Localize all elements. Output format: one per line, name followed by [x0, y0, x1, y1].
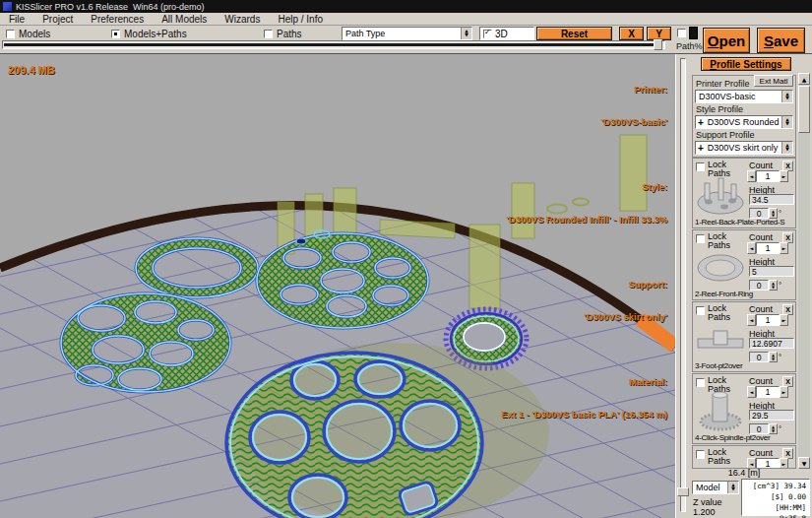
paths-checkbox[interactable] — [264, 30, 273, 38]
count-spinner[interactable]: ◄ 1 ► — [747, 386, 788, 398]
z-slider-handle[interactable] — [677, 487, 689, 496]
viewport-3d[interactable]: 209.4 MB Printer: 'D300VS-basic' Style: … — [0, 54, 675, 518]
model-name: 3-Foot-pt2over — [695, 361, 796, 370]
model-name: 2-Reel-Front-Ring — [695, 290, 796, 298]
style-profile-stepper[interactable]: ▲▼ — [781, 116, 792, 128]
count-decrement-icon[interactable]: ◄ — [747, 242, 756, 254]
scrollbar-thumb[interactable] — [798, 86, 810, 133]
degree-label: ° — [779, 209, 781, 218]
menu-help-info[interactable]: Help / Info — [269, 14, 332, 25]
info-material-value: Ext 1 - 'D300VS basic PLA' (16.354 m) — [501, 409, 667, 420]
model-card-2: LockPaths Count X ◄ 1 ► Height 5 0 ▲▼ ° — [692, 229, 796, 300]
scroll-down-icon[interactable]: ▼ — [798, 457, 810, 469]
open-button[interactable]: Open — [703, 28, 750, 53]
x-axis-button[interactable]: X — [619, 27, 644, 40]
slice-info-overlay: Printer: 'D300VS-basic' Style: 'D300VS R… — [501, 62, 667, 452]
menu-preferences[interactable]: Preferences — [82, 14, 153, 25]
printer-profile-select[interactable]: D300VS-basic ▲▼ — [695, 90, 793, 103]
style-profile-select[interactable]: + D300VS Rounded inf ▲▼ — [695, 115, 793, 129]
lock-paths-checkbox[interactable] — [696, 234, 705, 243]
scroll-up-icon[interactable]: ▲ — [798, 73, 810, 85]
z-slider-groove — [680, 58, 686, 512]
plus-icon: + — [698, 117, 704, 128]
count-spinner[interactable]: ◄ 1 ► — [747, 170, 788, 182]
count-increment-icon[interactable]: ► — [780, 386, 788, 398]
app-icon — [3, 2, 12, 11]
stat-cost: [$] 0.00 — [745, 491, 806, 502]
height-field[interactable]: 5 — [749, 266, 794, 277]
lock-paths-checkbox[interactable] — [696, 162, 705, 171]
models-checkbox-group[interactable]: Models — [6, 29, 50, 39]
three-d-toggle[interactable]: ✓ 3D — [479, 27, 534, 40]
path-pct-slider-fill — [4, 43, 654, 46]
count-increment-icon[interactable]: ► — [780, 314, 788, 326]
lock-paths-checkbox[interactable] — [696, 306, 705, 315]
display-mode-stepper[interactable]: ▲▼ — [727, 482, 738, 493]
paths-label: Paths — [277, 29, 302, 39]
z-slider[interactable] — [675, 54, 690, 518]
model-list: Ext Matl Printer Profile D300VS-basic ▲▼… — [692, 73, 810, 469]
count-spinner[interactable]: ◄ 1 ► — [747, 314, 788, 326]
menu-file[interactable]: File — [0, 14, 33, 25]
stat-volume: [cm^3] 39.34 — [745, 481, 806, 491]
count-decrement-icon[interactable]: ◄ — [747, 386, 756, 398]
lock-paths-checkbox[interactable] — [696, 450, 705, 459]
models-checkbox[interactable] — [6, 30, 15, 38]
path-pct-slider-handle[interactable] — [654, 39, 662, 50]
ext-matl-button[interactable]: Ext Matl — [754, 75, 793, 87]
models-label: Models — [19, 29, 50, 39]
reset-button[interactable]: Reset — [536, 27, 612, 40]
path-pct-slider[interactable] — [2, 39, 665, 50]
models-paths-checkbox-group[interactable]: Models+Paths — [111, 29, 187, 39]
stat-time: [HH:MM] 9:35.8 — [745, 502, 806, 518]
path-color-swatch[interactable] — [689, 27, 698, 39]
menu-wizards[interactable]: Wizards — [216, 14, 269, 25]
model-card-3: LockPaths Count X ◄ 1 ► Height 12.6907 0… — [692, 301, 796, 372]
plus-icon: + — [698, 143, 704, 154]
style-profile-label: Style Profile — [696, 104, 793, 114]
height-field[interactable]: 29.5 — [749, 410, 794, 421]
profile-settings-button[interactable]: Profile Settings — [701, 57, 791, 71]
count-decrement-icon[interactable]: ◄ — [747, 314, 756, 326]
height-field[interactable]: 12.6907 — [749, 338, 794, 349]
model-name: 4-Click-Spindle-pt2over — [695, 433, 796, 442]
save-button[interactable]: Save — [757, 28, 805, 53]
support-profile-select[interactable]: + D300VS skirt only ▲▼ — [695, 141, 793, 155]
display-mode-select[interactable]: Model ▲▼ — [692, 481, 739, 494]
support-profile-label: Support Profile — [696, 130, 793, 140]
model-thumbnail — [695, 389, 746, 432]
path-pct-checkbox[interactable] — [677, 29, 686, 37]
filament-length: 16.4 [m] — [690, 468, 798, 478]
path-type-stepper[interactable]: ▲▼ — [461, 28, 471, 39]
menu-project[interactable]: Project — [33, 14, 82, 25]
models-paths-label: Models+Paths — [124, 29, 187, 39]
print-stats: [cm^3] 39.34 [$] 0.00 [HH:MM] 9:35.8 — [741, 479, 810, 516]
model-thumbnail — [695, 317, 746, 360]
info-support-label: Support: — [501, 279, 667, 290]
kisslicer-window: KISSlicer PRO v1.6 Release Win64 (pro-de… — [0, 0, 812, 518]
menu-all-models[interactable]: All Models — [153, 14, 216, 25]
y-axis-button[interactable]: Y — [647, 27, 671, 40]
path-type-select[interactable]: Path Type ▲▼ — [342, 27, 472, 40]
count-label: Count — [749, 161, 773, 170]
count-increment-icon[interactable]: ► — [780, 242, 788, 254]
height-field[interactable]: 34.5 — [749, 194, 794, 205]
three-d-checkbox[interactable]: ✓ — [483, 30, 492, 38]
model-thumbnail — [695, 245, 746, 289]
model-card-4: LockPaths Count X ◄ 1 ► Height 29.5 0 ▲▼ — [692, 373, 796, 444]
count-label: Count — [749, 448, 773, 458]
count-decrement-icon[interactable]: ◄ — [747, 170, 756, 182]
lock-paths-checkbox[interactable] — [696, 378, 705, 387]
count-increment-icon[interactable]: ► — [780, 170, 788, 182]
printer-profile-stepper[interactable]: ▲▼ — [781, 91, 792, 102]
model-card-5: LockPaths Count X ◄ 1 ► — [692, 445, 796, 469]
paths-checkbox-group[interactable]: Paths — [264, 29, 302, 39]
support-profile-stepper[interactable]: ▲▼ — [781, 142, 792, 154]
three-d-label: 3D — [495, 29, 508, 39]
model-list-scrollbar[interactable]: ▲ ▼ — [798, 73, 810, 469]
count-spinner[interactable]: ◄ 1 ► — [747, 242, 788, 254]
path-pct-label: Path% — [676, 41, 703, 51]
toolbar: Models Models+Paths Paths Path Type ▲▼ ✓… — [0, 26, 812, 54]
info-support-value: 'D300VS skirt only' — [501, 311, 667, 322]
models-paths-checkbox[interactable] — [111, 30, 120, 38]
